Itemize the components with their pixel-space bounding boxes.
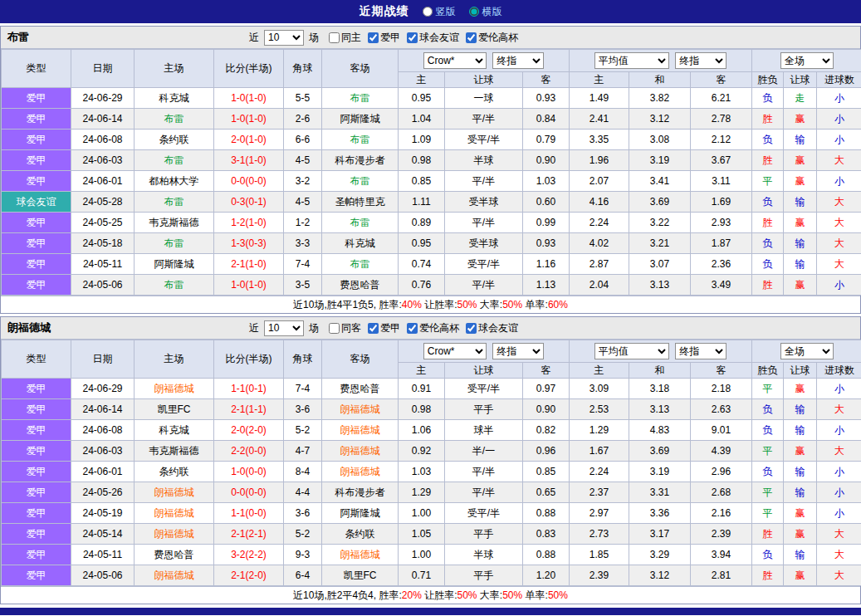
euro-home-odds-cell: 3.35 — [570, 130, 629, 150]
team-section: 布雷 近 10 场 同主爱甲球会友谊爱伦高杯 类型 日期 主场 — [0, 26, 861, 314]
period-select[interactable]: 全场 — [780, 52, 834, 69]
filter-checkbox-球会友谊[interactable]: 球会友谊 — [407, 31, 459, 45]
goals-cell: 小 — [817, 379, 861, 399]
bookmaker-select[interactable]: Crow* — [423, 343, 487, 359]
matches-table: 类型 日期 主场 比分(半场) 角球 客场 Crow* 终指 平均值 终指 — [1, 340, 861, 586]
home-team-cell: 科克城 — [135, 420, 214, 441]
euro-home-odds-cell: 1.67 — [570, 441, 629, 462]
goals-cell: 小 — [817, 503, 861, 524]
handicap-result-cell: 赢 — [784, 379, 817, 399]
euro-away-odds-cell: 2.36 — [691, 254, 752, 275]
average-select[interactable]: 平均值 — [594, 343, 669, 359]
euro-away-odds-cell: 2.16 — [691, 503, 752, 524]
euro-draw-odds-cell: 3.36 — [629, 503, 691, 524]
corners-cell: 3-6 — [284, 399, 322, 420]
goals-cell: 小 — [817, 171, 861, 192]
odds-stage-select-asian[interactable]: 终指 — [492, 343, 544, 359]
filter-checkbox-input[interactable] — [407, 323, 418, 334]
layout-option-vertical[interactable]: 竖版 — [423, 5, 456, 19]
filter-checkbox-同主[interactable]: 同主 — [329, 31, 361, 45]
filter-checkbox-input[interactable] — [407, 32, 418, 43]
goals-cell: 小 — [817, 88, 861, 109]
euro-draw-odds-cell: 3.29 — [629, 545, 691, 565]
layout-option-horizontal[interactable]: 横版 — [469, 5, 502, 19]
euro-away-odds-cell: 2.68 — [691, 482, 752, 503]
outcome-cell: 平 — [752, 171, 784, 192]
score-cell: 1-0(1-0) — [214, 275, 284, 296]
match-row: 爱甲 24-05-11 阿斯隆城 2-1(1-0) 7-4 布雷 0.74 受平… — [2, 254, 861, 275]
asian-away-odds-cell: 0.93 — [523, 88, 570, 109]
league-cell: 爱甲 — [2, 213, 71, 233]
sections-container: 布雷 近 10 场 同主爱甲球会友谊爱伦高杯 类型 日期 主场 — [0, 26, 861, 604]
handicap-cell: 平/半 — [445, 171, 523, 192]
odds-stage-select-euro[interactable]: 终指 — [675, 52, 726, 69]
outcome-label: 胜负 — [752, 363, 784, 379]
euro-draw-odds-cell: 4.83 — [629, 420, 691, 441]
corners-cell: 2-6 — [284, 109, 322, 130]
corners-cell: 3-2 — [284, 171, 322, 192]
outcome-cell: 平 — [752, 441, 784, 462]
corners-cell: 9-3 — [284, 545, 322, 565]
team-name: 朗福德城 — [1, 320, 246, 335]
average-select[interactable]: 平均值 — [594, 52, 669, 69]
filter-checkbox-球会友谊[interactable]: 球会友谊 — [466, 321, 518, 335]
home-team-cell: 布雷 — [135, 233, 214, 254]
vertical-layout-radio[interactable] — [423, 7, 433, 17]
corners-cell: 7-4 — [284, 254, 322, 275]
handicap-label: 让球 — [445, 72, 523, 88]
summary-segment: 大率: — [477, 299, 503, 310]
handicap-cell: 球半 — [445, 420, 523, 441]
home-team-cell: 布雷 — [135, 192, 214, 213]
euro-draw-odds-cell: 3.19 — [629, 462, 691, 482]
handicap-cell: 平手 — [445, 524, 523, 545]
euro-home-odds-cell: 2.37 — [570, 482, 629, 503]
score-cell: 1-1(0-1) — [214, 379, 284, 399]
euro-away-odds-cell: 3.49 — [691, 275, 752, 296]
home-team-cell: 韦克斯福德 — [135, 441, 214, 462]
date-cell: 24-05-14 — [71, 524, 135, 545]
away-team-cell: 朗福德城 — [322, 545, 399, 565]
score-cell: 0-0(0-0) — [214, 482, 284, 503]
match-count-select[interactable]: 10 — [264, 30, 304, 46]
match-row: 爱甲 24-05-25 韦克斯福德 1-2(1-0) 1-2 布雷 0.89 平… — [2, 213, 861, 233]
asian-home-odds-cell: 1.03 — [399, 462, 445, 482]
filter-checkbox-input[interactable] — [466, 323, 477, 334]
home-team-cell: 朗福德城 — [135, 503, 214, 524]
filter-checkbox-input[interactable] — [329, 323, 340, 334]
euro-away-odds-cell: 2.81 — [691, 565, 752, 586]
summary-segment: 60% — [548, 299, 568, 310]
filter-checkbox-input[interactable] — [368, 32, 379, 43]
asian-home-odds-cell: 0.95 — [399, 88, 445, 109]
away-team-cell: 朗福德城 — [322, 420, 399, 441]
match-count-select[interactable]: 10 — [264, 320, 304, 336]
match-row: 爱甲 24-05-26 朗福德城 0-0(0-0) 4-4 科布漫步者 1.29… — [2, 482, 861, 503]
match-row: 爱甲 24-06-03 布雷 3-1(1-0) 4-5 科布漫步者 0.98 半… — [2, 150, 861, 171]
period-select[interactable]: 全场 — [780, 343, 834, 359]
filter-checkbox-爱伦高杯[interactable]: 爱伦高杯 — [466, 31, 518, 45]
filter-checkbox-爱甲[interactable]: 爱甲 — [368, 31, 400, 45]
horizontal-layout-radio[interactable] — [469, 7, 479, 17]
filter-checkbox-input[interactable] — [368, 323, 379, 334]
odds-stage-select-euro[interactable]: 终指 — [675, 343, 726, 359]
match-row: 爱甲 24-05-19 朗福德城 1-1(0-0) 3-6 阿斯隆城 1.00 … — [2, 503, 861, 524]
handicap-result-cell: 赢 — [784, 524, 817, 545]
filter-checkbox-同客[interactable]: 同客 — [329, 321, 361, 335]
filter-checkbox-input[interactable] — [329, 32, 340, 43]
asian-home-odds-cell: 0.85 — [399, 171, 445, 192]
filter-checkbox-input[interactable] — [466, 32, 477, 43]
euro-away-odds-cell: 2.18 — [691, 379, 752, 399]
asian-home-odds-cell: 1.00 — [399, 545, 445, 565]
col-header-away: 客场 — [322, 50, 399, 88]
filter-checkbox-爱伦高杯[interactable]: 爱伦高杯 — [407, 321, 459, 335]
corners-cell: 3-3 — [284, 233, 322, 254]
date-cell: 24-06-29 — [71, 379, 135, 399]
odds-stage-select-asian[interactable]: 终指 — [492, 52, 544, 69]
corners-cell: 6-6 — [284, 130, 322, 150]
handicap-result-label: 让球 — [784, 72, 817, 88]
outcome-cell: 胜 — [752, 565, 784, 586]
bookmaker-select[interactable]: Crow* — [423, 52, 487, 69]
date-cell: 24-05-06 — [71, 275, 135, 296]
filter-checkbox-爱甲[interactable]: 爱甲 — [368, 321, 400, 335]
handicap-result-cell: 赢 — [784, 275, 817, 296]
corners-cell: 4-7 — [284, 441, 322, 462]
